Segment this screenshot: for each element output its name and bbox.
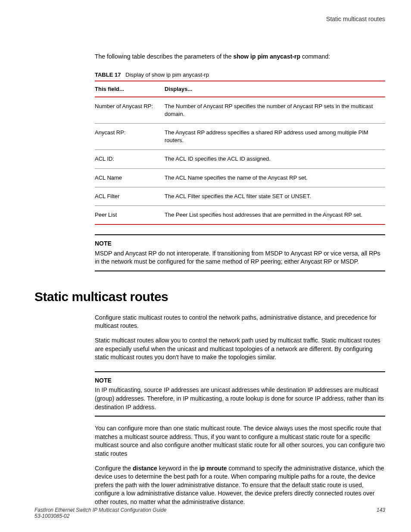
cell-desc: The ACL ID specifies the ACL ID assigned… <box>165 150 385 168</box>
parameters-table: This field... Displays... Number of Anyc… <box>95 81 385 225</box>
cell-desc: The ACL Filter specifies the ACL filter … <box>165 187 385 205</box>
section-paragraph-1: Configure static multicast routes to con… <box>95 314 385 330</box>
note-label: NOTE <box>95 240 385 248</box>
intro-suffix: command: <box>300 53 330 60</box>
footer-doc-title: FastIron Ethernet Switch IP Multicast Co… <box>34 507 166 513</box>
table-row: ACL FilterThe ACL Filter specifies the A… <box>95 187 385 205</box>
intro-paragraph: The following table describes the parame… <box>95 53 385 61</box>
note-label: NOTE <box>95 376 385 385</box>
cell-field: ACL ID: <box>95 150 165 168</box>
page-footer: FastIron Ethernet Switch IP Multicast Co… <box>34 507 385 519</box>
table-header-field: This field... <box>95 81 165 97</box>
p4-keyword-ipmroute: ip mroute <box>199 465 227 472</box>
table-row: Number of Anycast RP:The Number of Anyca… <box>95 97 385 124</box>
section-paragraph-2: Static multicast routes allow you to con… <box>95 336 385 362</box>
cell-desc: The Number of Anycast RP specifies the n… <box>165 97 385 124</box>
intro-prefix: The following table describes the parame… <box>95 53 233 60</box>
page-header: Static multicast routes <box>34 16 385 22</box>
footer-page-number: 143 <box>377 507 385 519</box>
p4-a: Configure the <box>95 465 133 472</box>
cell-desc: The Anycast RP address specifies a share… <box>165 123 385 149</box>
table-number: TABLE 17 <box>95 72 121 78</box>
table-row: ACL NameThe ACL Name specifies the name … <box>95 168 385 187</box>
table-row: Peer ListThe Peer List specifies host ad… <box>95 205 385 224</box>
intro-command: show ip pim anycast-rp <box>233 53 300 60</box>
note-text: In IP multicasting, source IP addresses … <box>95 386 385 411</box>
p4-c: keyword in the <box>157 465 199 472</box>
cell-desc: The ACL Name specifies the name of the A… <box>165 168 385 187</box>
table-row: ACL ID:The ACL ID specifies the ACL ID a… <box>95 150 385 168</box>
p4-keyword-distance: distance <box>133 465 157 472</box>
section-paragraph-3: You can configure more than one static m… <box>95 424 385 458</box>
table-header-displays: Displays... <box>165 81 385 97</box>
cell-field: Peer List <box>95 205 165 224</box>
cell-field: ACL Name <box>95 168 165 187</box>
cell-field: Number of Anycast RP: <box>95 97 165 124</box>
note-text: MSDP and Anycast RP do not interoperate.… <box>95 249 385 266</box>
table-caption: TABLE 17 Display of show ip pim anycast-… <box>95 72 385 78</box>
table-title: Display of show ip pim anycast-rp <box>125 72 209 78</box>
cell-field: ACL Filter <box>95 187 165 205</box>
cell-desc: The Peer List specifies host addresses t… <box>165 205 385 224</box>
note-block-1: NOTE MSDP and Anycast RP do not interope… <box>95 234 385 271</box>
footer-left: FastIron Ethernet Switch IP Multicast Co… <box>34 507 166 519</box>
section-paragraph-4: Configure the distance keyword in the ip… <box>95 464 385 507</box>
cell-field: Anycast RP: <box>95 123 165 149</box>
section-heading: Static multicast routes <box>34 289 385 304</box>
table-row: Anycast RP:The Anycast RP address specif… <box>95 123 385 149</box>
footer-doc-number: 53-1003085-02 <box>34 513 166 519</box>
note-block-2: NOTE In IP multicasting, source IP addre… <box>95 371 385 417</box>
